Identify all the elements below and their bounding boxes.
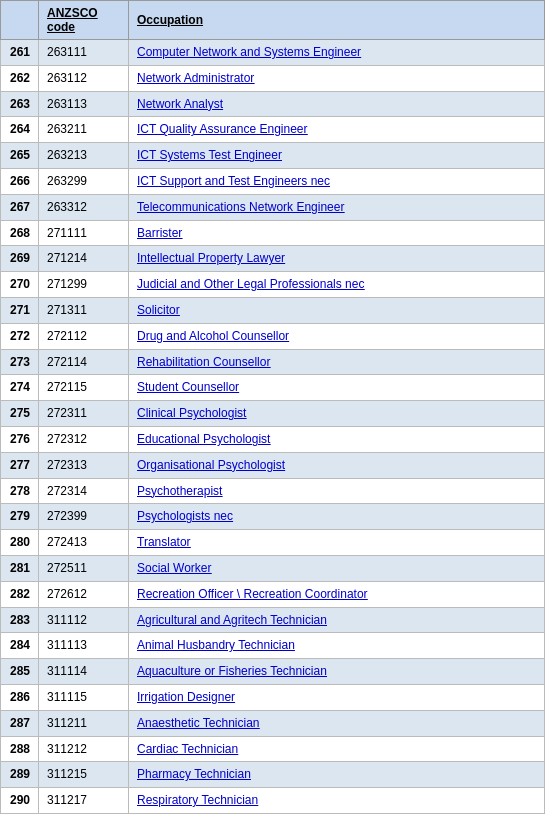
row-number: 282 bbox=[1, 581, 39, 607]
occupation-name[interactable]: Student Counsellor bbox=[129, 375, 545, 401]
occupation-name[interactable]: Psychotherapist bbox=[129, 478, 545, 504]
occupation-link[interactable]: Computer Network and Systems Engineer bbox=[137, 45, 361, 59]
occupation-name[interactable]: Telecommunications Network Engineer bbox=[129, 194, 545, 220]
occupation-name[interactable]: Anaesthetic Technician bbox=[129, 710, 545, 736]
occupation-name[interactable]: ICT Systems Test Engineer bbox=[129, 143, 545, 169]
col-occupation-header: Occupation bbox=[129, 1, 545, 40]
occupation-name[interactable]: Translator bbox=[129, 530, 545, 556]
occupation-name[interactable]: Social Worker bbox=[129, 555, 545, 581]
occupation-link[interactable]: Rehabilitation Counsellor bbox=[137, 355, 270, 369]
occupation-link[interactable]: Barrister bbox=[137, 226, 182, 240]
occupation-link[interactable]: Psychotherapist bbox=[137, 484, 222, 498]
row-number: 280 bbox=[1, 530, 39, 556]
row-number: 286 bbox=[1, 684, 39, 710]
occupation-name[interactable]: ICT Quality Assurance Engineer bbox=[129, 117, 545, 143]
occupation-name[interactable]: Solicitor bbox=[129, 297, 545, 323]
occupation-name[interactable]: Psychologists nec bbox=[129, 504, 545, 530]
occupation-name[interactable]: Pharmacy Technician bbox=[129, 762, 545, 788]
anzsco-code: 263213 bbox=[39, 143, 129, 169]
occupation-link[interactable]: ICT Systems Test Engineer bbox=[137, 148, 282, 162]
table-row: 270271299Judicial and Other Legal Profes… bbox=[1, 272, 545, 298]
row-number: 278 bbox=[1, 478, 39, 504]
occupation-link[interactable]: Telecommunications Network Engineer bbox=[137, 200, 344, 214]
anzsco-code: 271111 bbox=[39, 220, 129, 246]
table-header-row: ANZSCO code Occupation bbox=[1, 1, 545, 40]
occupation-link[interactable]: ICT Quality Assurance Engineer bbox=[137, 122, 308, 136]
occupation-name[interactable]: Irrigation Designer bbox=[129, 684, 545, 710]
anzsco-code: 263113 bbox=[39, 91, 129, 117]
occupation-link[interactable]: Solicitor bbox=[137, 303, 180, 317]
table-row: 271271311Solicitor bbox=[1, 297, 545, 323]
occupation-link[interactable]: Respiratory Technician bbox=[137, 793, 258, 807]
occupation-link[interactable]: Student Counsellor bbox=[137, 380, 239, 394]
occupation-link[interactable]: ICT Support and Test Engineers nec bbox=[137, 174, 330, 188]
row-number: 263 bbox=[1, 91, 39, 117]
occupation-name[interactable]: Respiratory Technician bbox=[129, 788, 545, 814]
occupation-name[interactable]: Drug and Alcohol Counsellor bbox=[129, 323, 545, 349]
anzsco-code: 311114 bbox=[39, 659, 129, 685]
occupation-name[interactable]: Network Analyst bbox=[129, 91, 545, 117]
occupation-link[interactable]: Drug and Alcohol Counsellor bbox=[137, 329, 289, 343]
anzsco-code: 311211 bbox=[39, 710, 129, 736]
occupation-link[interactable]: Organisational Psychologist bbox=[137, 458, 285, 472]
anzsco-code: 311113 bbox=[39, 633, 129, 659]
occupation-name[interactable]: ICT Support and Test Engineers nec bbox=[129, 168, 545, 194]
anzsco-code: 272399 bbox=[39, 504, 129, 530]
occupation-link[interactable]: Agricultural and Agritech Technician bbox=[137, 613, 327, 627]
col-code-header: ANZSCO code bbox=[39, 1, 129, 40]
table-row: 277272313Organisational Psychologist bbox=[1, 452, 545, 478]
occupation-name[interactable]: Intellectual Property Lawyer bbox=[129, 246, 545, 272]
row-number: 264 bbox=[1, 117, 39, 143]
occupation-name[interactable]: Network Administrator bbox=[129, 65, 545, 91]
occupation-link[interactable]: Irrigation Designer bbox=[137, 690, 235, 704]
anzsco-code: 311217 bbox=[39, 788, 129, 814]
occupation-link[interactable]: Anaesthetic Technician bbox=[137, 716, 260, 730]
occupation-name[interactable]: Agricultural and Agritech Technician bbox=[129, 607, 545, 633]
occupation-link[interactable]: Psychologists nec bbox=[137, 509, 233, 523]
occupation-name[interactable]: Judicial and Other Legal Professionals n… bbox=[129, 272, 545, 298]
table-row: 265263213ICT Systems Test Engineer bbox=[1, 143, 545, 169]
occupation-name[interactable]: Educational Psychologist bbox=[129, 426, 545, 452]
occupation-link[interactable]: Educational Psychologist bbox=[137, 432, 270, 446]
occupation-name[interactable]: Clinical Psychologist bbox=[129, 401, 545, 427]
anzsco-code: 272114 bbox=[39, 349, 129, 375]
occupation-name[interactable]: Cardiac Technician bbox=[129, 736, 545, 762]
occupation-link[interactable]: Animal Husbandry Technician bbox=[137, 638, 295, 652]
occupation-name[interactable]: Aquaculture or Fisheries Technician bbox=[129, 659, 545, 685]
table-row: 262263112Network Administrator bbox=[1, 65, 545, 91]
occupation-link[interactable]: Pharmacy Technician bbox=[137, 767, 251, 781]
table-body: 261263111Computer Network and Systems En… bbox=[1, 40, 545, 815]
occupation-link[interactable]: Judicial and Other Legal Professionals n… bbox=[137, 277, 364, 291]
occupation-name[interactable]: Barrister bbox=[129, 220, 545, 246]
anzsco-code: 272313 bbox=[39, 452, 129, 478]
table-row: 268271111Barrister bbox=[1, 220, 545, 246]
row-number: 273 bbox=[1, 349, 39, 375]
occupation-name[interactable]: Recreation Officer \ Recreation Coordina… bbox=[129, 581, 545, 607]
occupation-link[interactable]: Network Administrator bbox=[137, 71, 254, 85]
occupation-link[interactable]: Network Analyst bbox=[137, 97, 223, 111]
occupation-link[interactable]: Intellectual Property Lawyer bbox=[137, 251, 285, 265]
row-number: 274 bbox=[1, 375, 39, 401]
occupation-link[interactable]: Aquaculture or Fisheries Technician bbox=[137, 664, 327, 678]
table-row: 288311212Cardiac Technician bbox=[1, 736, 545, 762]
row-number: 277 bbox=[1, 452, 39, 478]
table-row: 284311113Animal Husbandry Technician bbox=[1, 633, 545, 659]
occupation-name[interactable]: Animal Husbandry Technician bbox=[129, 633, 545, 659]
table-row: 269271214Intellectual Property Lawyer bbox=[1, 246, 545, 272]
table-row: 273272114Rehabilitation Counsellor bbox=[1, 349, 545, 375]
row-number: 285 bbox=[1, 659, 39, 685]
table-row: 266263299ICT Support and Test Engineers … bbox=[1, 168, 545, 194]
occupation-name[interactable]: Computer Network and Systems Engineer bbox=[129, 40, 545, 66]
table-row: 280272413Translator bbox=[1, 530, 545, 556]
table-row: 281272511Social Worker bbox=[1, 555, 545, 581]
anzsco-code: 272312 bbox=[39, 426, 129, 452]
occupation-link[interactable]: Translator bbox=[137, 535, 191, 549]
occupation-link[interactable]: Clinical Psychologist bbox=[137, 406, 246, 420]
occupation-name[interactable]: Rehabilitation Counsellor bbox=[129, 349, 545, 375]
table-row: 276272312Educational Psychologist bbox=[1, 426, 545, 452]
occupation-link[interactable]: Social Worker bbox=[137, 561, 211, 575]
row-number: 269 bbox=[1, 246, 39, 272]
occupation-link[interactable]: Cardiac Technician bbox=[137, 742, 238, 756]
occupation-name[interactable]: Organisational Psychologist bbox=[129, 452, 545, 478]
occupation-link[interactable]: Recreation Officer \ Recreation Coordina… bbox=[137, 587, 368, 601]
